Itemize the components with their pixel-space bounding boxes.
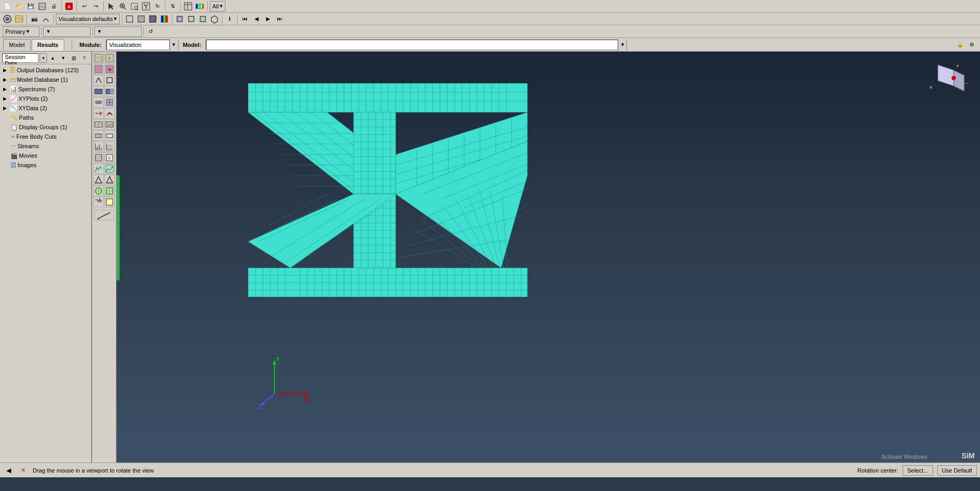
redo-icon[interactable]: ↪ [91, 1, 101, 12]
tool-12b[interactable] [104, 175, 115, 185]
first-frame-icon[interactable]: ⏮ [240, 14, 250, 24]
tool-4b[interactable] [104, 86, 115, 97]
tree-item-model-db[interactable]: ▶ 🗃 Model Database (1) [0, 75, 91, 84]
tree-item-xydata[interactable]: ▶ 📉 XYData (2) [0, 103, 91, 113]
select-icon[interactable] [106, 1, 116, 12]
cube-iso-icon[interactable] [209, 14, 220, 24]
tool-1b[interactable]: E [104, 53, 115, 63]
tree-item-images[interactable]: 🖼 Images [0, 160, 91, 170]
solid-icon[interactable] [148, 14, 158, 24]
session-help-icon[interactable]: ? [80, 53, 89, 63]
session-dropdown-btn[interactable]: ▾ [40, 53, 47, 63]
select-filter-dropdown[interactable]: All ▾ [210, 1, 226, 12]
expand-model-db: ▶ [3, 77, 8, 82]
prev-frame-icon[interactable]: ◀ [251, 14, 262, 24]
zoom-icon[interactable] [117, 1, 128, 12]
tab-results[interactable]: Results [32, 39, 64, 51]
play-icon[interactable]: ▶ [263, 14, 273, 24]
tree-item-free-body-cuts[interactable]: ✂ Free Body Cuts [0, 132, 91, 141]
tool-13b[interactable] [104, 186, 115, 196]
tool-10b[interactable]: E [104, 152, 115, 163]
wireframe-icon[interactable] [124, 14, 135, 24]
tool-9a[interactable] [93, 141, 104, 152]
tree-item-movies[interactable]: 🎬 Movies [0, 151, 91, 160]
tool-14b[interactable] [104, 197, 115, 207]
field-output-dropdown2[interactable]: ▾ [94, 26, 142, 37]
deform-icon[interactable] [41, 14, 51, 24]
display-group-icon[interactable] [2, 14, 13, 24]
odb-icon[interactable]: ODB [14, 14, 24, 24]
tool-2b[interactable]: ▣ [104, 64, 115, 74]
zoom-box-icon[interactable] [129, 1, 140, 12]
spectrum-icon[interactable] [194, 1, 205, 12]
model-dropdown-btn[interactable]: ▾ [618, 40, 626, 50]
camera-icon[interactable]: 📷 [29, 14, 40, 24]
viewport[interactable]: Y X Z X Y Activate Windows [116, 52, 980, 463]
cube-top-icon[interactable] [186, 14, 197, 24]
session-filter-icon[interactable]: ▥ [69, 53, 79, 63]
refresh-icon[interactable]: ↺ [145, 26, 156, 37]
cube-front-icon[interactable] [174, 14, 185, 24]
tool-4a[interactable] [93, 86, 104, 97]
chevron-down-icon: ▾ [220, 3, 223, 9]
tool-7b[interactable]: 123 [104, 119, 115, 130]
tool-3a[interactable] [93, 75, 104, 85]
open-icon[interactable]: 📂 [14, 1, 24, 12]
contour-icon[interactable] [159, 14, 170, 24]
hidden-icon[interactable] [136, 14, 146, 24]
last-frame-icon[interactable]: ⏭ [275, 14, 285, 24]
tool-8a[interactable] [93, 130, 104, 141]
rotate-icon[interactable]: ↻ [152, 1, 163, 12]
session-down-icon[interactable]: ▼ [58, 53, 68, 63]
select-button[interactable]: Select... [903, 465, 933, 476]
tool-6b[interactable] [104, 108, 115, 119]
tree-item-spectrums[interactable]: ▶ 📊 Spectrums (7) [0, 84, 91, 94]
tool-5b[interactable] [104, 97, 115, 108]
new-icon[interactable]: 📄 [2, 1, 13, 12]
settings-icon[interactable]: ⚙ [966, 40, 977, 50]
pen-icon[interactable] [94, 210, 114, 220]
vis-defaults-dropdown[interactable]: Visualization defaults ▾ [56, 14, 120, 24]
save-icon[interactable]: 💾 [25, 1, 36, 12]
tab-model[interactable]: Model [3, 39, 31, 51]
primary-dropdown[interactable]: Primary ▾ [3, 26, 40, 37]
tool-14a[interactable] [93, 197, 104, 207]
module-dropdown-btn[interactable]: ▾ [170, 40, 178, 50]
print-icon[interactable]: 🖨 [48, 1, 59, 12]
tree-item-display-groups[interactable]: 📋 Display Groups (1) [0, 122, 91, 132]
saveas-icon[interactable] [37, 1, 47, 12]
tool-8b[interactable] [104, 130, 115, 141]
tool-11b[interactable] [104, 163, 115, 174]
tool-12a[interactable] [93, 175, 104, 185]
tree-item-streams[interactable]: 〰 Streams [0, 141, 91, 151]
tree-item-output-db[interactable]: ▶ 🗄 Output Databases (123) [0, 65, 91, 75]
info-icon[interactable]: ℹ [224, 14, 235, 24]
model-select[interactable] [206, 40, 618, 50]
tool-13a[interactable] [93, 186, 104, 196]
module-select[interactable]: Visualization [106, 40, 170, 50]
table-icon[interactable] [183, 1, 193, 12]
tool-5a[interactable] [93, 97, 104, 108]
status-close-icon[interactable]: ✕ [18, 465, 28, 476]
tool-7a[interactable] [93, 119, 104, 130]
tool-1a[interactable] [93, 53, 104, 63]
status-back-icon[interactable]: ◀ [3, 465, 14, 476]
lock-icon[interactable]: 🔒 [955, 40, 965, 50]
session-data-select[interactable]: Session Data [2, 53, 38, 63]
fit-icon[interactable] [141, 1, 151, 12]
undo-icon[interactable]: ↩ [79, 1, 90, 12]
tool-10a[interactable] [93, 152, 104, 163]
use-default-button[interactable]: Use Default [937, 465, 977, 476]
tool-11a[interactable] [93, 163, 104, 174]
tree-item-xyplots[interactable]: ▶ 📈 XYPlots (2) [0, 94, 91, 103]
sort-icon[interactable]: ⇅ [168, 1, 178, 12]
tool-6a[interactable] [93, 108, 104, 119]
field-output-dropdown[interactable]: ▾ [43, 26, 91, 37]
tree-item-paths[interactable]: 📏 Paths [0, 113, 91, 122]
session-up-icon[interactable]: ▲ [48, 53, 57, 63]
cube-side-icon[interactable] [198, 14, 208, 24]
abaqus-icon[interactable]: A [64, 1, 74, 12]
tool-2a[interactable] [93, 64, 104, 74]
tool-3b[interactable] [104, 75, 115, 85]
tool-9b[interactable] [104, 141, 115, 152]
